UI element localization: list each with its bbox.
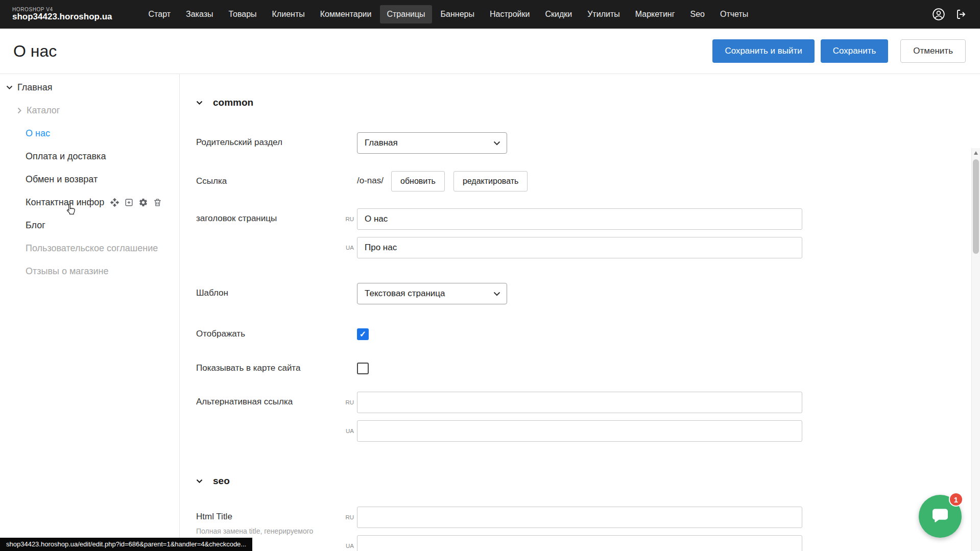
field-parent-section: Родительский раздел Главная — [196, 132, 980, 154]
link-edit-button[interactable]: редактировать — [453, 171, 528, 191]
brand[interactable]: HOROSHOP V4 shop34423.horoshop.ua — [12, 7, 112, 22]
alt-link-label: Альтернативная ссылка — [196, 392, 357, 407]
link-path: /o-nas/ — [357, 171, 384, 186]
field-template: Шаблон Текстовая страница — [196, 283, 980, 304]
field-link: Ссылка /o-nas/ обновить редактировать — [196, 171, 980, 191]
lang-tag-ru: RU — [341, 514, 354, 520]
sidebar-item-katalog[interactable]: Каталог — [0, 99, 179, 122]
field-sitemap: Показывать в карте сайта — [196, 363, 980, 374]
alt-link-ru-input[interactable] — [357, 392, 802, 413]
nav-reports[interactable]: Отчеты — [713, 5, 755, 23]
link-label: Ссылка — [196, 171, 357, 186]
link-refresh-button[interactable]: обновить — [391, 171, 445, 191]
html-title-ru-row: RU — [341, 507, 802, 528]
section-common-label: common — [213, 97, 253, 108]
page-title-ua-row: UA — [341, 237, 802, 258]
alt-link-ua-input[interactable] — [357, 420, 802, 442]
alt-link-ua-row: UA — [341, 420, 802, 442]
top-nav: HOROSHOP V4 shop34423.horoshop.ua Старт … — [0, 0, 980, 29]
parent-section-selected-value: Главная — [365, 138, 398, 148]
logout-icon[interactable] — [955, 8, 968, 20]
chat-unread-badge: 1 — [949, 492, 963, 507]
page-title: О нас — [13, 42, 57, 61]
sidebar-item-obmen-i-vozvrat[interactable]: Обмен и возврат — [0, 168, 179, 191]
scrollbar-thumb[interactable] — [973, 159, 979, 254]
tree-item-label: Каталог — [27, 105, 60, 116]
pages-tree-sidebar: Главная Каталог О нас Оплата и доставка … — [0, 74, 180, 551]
sidebar-item-polzovatelskoe-soglashenie[interactable]: Пользовательское соглашение — [0, 237, 179, 260]
page-title-ru-row: RU — [341, 208, 802, 230]
settings-icon[interactable] — [138, 198, 148, 207]
template-label: Шаблон — [196, 283, 357, 298]
nav-pages[interactable]: Страницы — [380, 5, 432, 23]
content: Главная Каталог О нас Оплата и доставка … — [0, 74, 980, 551]
nav-clients[interactable]: Клиенты — [266, 5, 312, 23]
tree-item-label: Оплата и доставка — [26, 151, 106, 162]
nav-banners[interactable]: Баннеры — [434, 5, 481, 23]
html-title-ru-input[interactable] — [357, 507, 802, 528]
chevron-down-icon — [196, 479, 203, 484]
link-controls: /o-nas/ обновить редактировать — [357, 171, 536, 191]
sidebar-item-oplata-i-dostavka[interactable]: Оплата и доставка — [0, 145, 179, 168]
parent-section-select[interactable]: Главная — [357, 132, 507, 154]
parent-section-label: Родительский раздел — [196, 132, 357, 148]
chevron-down-icon — [196, 101, 203, 105]
nav-utilities[interactable]: Утилиты — [581, 5, 627, 23]
save-and-exit-button[interactable]: Сохранить и выйти — [712, 39, 814, 63]
tree-item-label: Отзывы о магазине — [26, 266, 109, 277]
page-edit-form: common Родительский раздел Главная Ссылк… — [180, 74, 980, 551]
html-title-ua-row: UA — [341, 535, 802, 551]
page-title-ru-input[interactable] — [357, 208, 802, 230]
html-title-ua-input[interactable] — [357, 535, 802, 551]
tree-item-actions — [110, 198, 162, 207]
sidebar-item-blog[interactable]: Блог — [0, 214, 179, 237]
section-seo[interactable]: seo — [196, 475, 980, 487]
sitemap-checkbox[interactable] — [357, 363, 369, 374]
account-icon[interactable] — [932, 8, 945, 21]
chevron-down-icon[interactable] — [6, 85, 13, 90]
alt-link-ru-row: RU — [341, 392, 802, 413]
alt-link-inputs: RU UA — [357, 392, 802, 442]
nav-orders[interactable]: Заказы — [179, 5, 220, 23]
section-common[interactable]: common — [196, 97, 980, 109]
field-alt-link: Альтернативная ссылка RU UA — [196, 392, 980, 442]
nav-start[interactable]: Старт — [142, 5, 177, 23]
page-title-ua-input[interactable] — [357, 237, 802, 258]
nav-discounts[interactable]: Скидки — [538, 5, 579, 23]
sitemap-label: Показывать в карте сайта — [196, 363, 357, 373]
scroll-up-arrow-icon[interactable] — [974, 151, 978, 155]
nav-comments[interactable]: Комментарии — [314, 5, 378, 23]
display-checkbox[interactable] — [357, 328, 369, 340]
template-select[interactable]: Текстовая страница — [357, 283, 507, 304]
delete-icon[interactable] — [153, 198, 162, 207]
sidebar-item-kontaktnaya-infor[interactable]: Контактная инфор — [0, 191, 179, 214]
tree-item-label: Пользовательское соглашение — [26, 243, 158, 254]
lang-tag-ua: UA — [341, 245, 354, 251]
chat-icon — [930, 505, 950, 528]
move-icon[interactable] — [110, 198, 119, 207]
nav-marketing[interactable]: Маркетинг — [629, 5, 682, 23]
sidebar-item-otzyvy-o-magazine[interactable]: Отзывы о магазине — [0, 260, 179, 283]
save-button[interactable]: Сохранить — [821, 39, 888, 63]
sidebar-item-glavnaya[interactable]: Главная — [0, 76, 179, 99]
page-title-label: заголовок страницы — [196, 208, 357, 224]
nav-products[interactable]: Товары — [222, 5, 264, 23]
sidebar-item-o-nas[interactable]: О нас — [0, 122, 179, 145]
template-selected-value: Текстовая страница — [365, 289, 445, 299]
vertical-scrollbar[interactable] — [971, 148, 980, 551]
nav-settings[interactable]: Настройки — [483, 5, 536, 23]
chevron-right-icon[interactable] — [17, 107, 22, 114]
page-header: О нас Сохранить и выйти Сохранить Отмени… — [0, 29, 980, 74]
lang-tag-ru: RU — [341, 399, 354, 405]
html-title-label-block: Html Title Полная замена title, генериру… — [196, 507, 357, 535]
field-display: Отображать — [196, 328, 980, 340]
html-title-inputs: RU UA — [357, 507, 802, 551]
cancel-button[interactable]: Отменить — [900, 39, 966, 63]
lang-tag-ua: UA — [341, 428, 354, 434]
chat-widget-button[interactable]: 1 — [919, 495, 962, 538]
topbar-actions — [932, 8, 968, 21]
nav-seo[interactable]: Seo — [684, 5, 711, 23]
tree-item-label: Блог — [26, 220, 45, 231]
add-icon[interactable] — [124, 198, 134, 207]
chevron-down-icon — [493, 289, 500, 299]
